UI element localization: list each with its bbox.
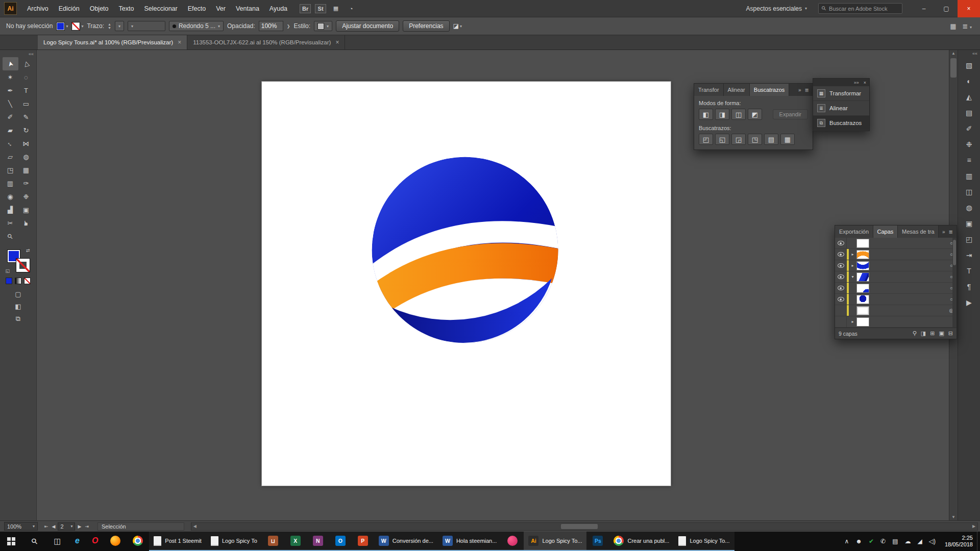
direct-selection-tool[interactable]: ▷: [18, 57, 34, 70]
layers-scroll-thumb[interactable]: [953, 240, 956, 265]
rectangle-tool[interactable]: ▭: [18, 97, 34, 110]
lasso-tool[interactable]: ◌: [18, 70, 34, 84]
swatches-panel-icon[interactable]: ▤: [961, 105, 977, 120]
next-artboard-icon[interactable]: ▶: [77, 524, 82, 529]
panel-collapse-icon[interactable]: »: [942, 229, 945, 235]
opacity-input[interactable]: [259, 21, 283, 31]
dock-item-alinear[interactable]: ≣Alinear: [813, 101, 869, 116]
layer-row-3[interactable]: ▸○: [835, 260, 957, 271]
unite-button[interactable]: ◧: [699, 109, 713, 120]
graphic-styles-panel-icon[interactable]: ▣: [961, 215, 977, 231]
pathfinder-tab-transfor[interactable]: Transfor: [694, 84, 724, 96]
trim-button[interactable]: ◱: [715, 134, 729, 145]
collapse-tools-icon[interactable]: ««: [26, 51, 36, 57]
line-segment-tool[interactable]: ╲: [3, 97, 18, 110]
scale-tool[interactable]: ↔: [3, 137, 18, 150]
bridge-icon[interactable]: Br: [300, 4, 311, 13]
menu-objeto[interactable]: Objeto: [85, 0, 114, 17]
stroke-color-control[interactable]: ▾: [71, 22, 83, 31]
brush-definition-select[interactable]: Redondo 5 ... ▾: [169, 21, 224, 31]
taskbar-chrome-publish[interactable]: Crear una publ...: [609, 532, 674, 551]
blend-tool[interactable]: ◉: [3, 190, 18, 203]
new-sublayer-icon[interactable]: ⊞: [930, 330, 935, 337]
taskbar-edge[interactable]: e: [69, 532, 86, 551]
stroke-panel-icon[interactable]: ≡: [961, 152, 977, 168]
layer-row-8[interactable]: ▸: [835, 316, 957, 328]
taskbar-onenote[interactable]: N: [307, 532, 329, 551]
artboard[interactable]: [262, 82, 671, 486]
menu-texto[interactable]: Texto: [114, 0, 139, 17]
minus-back-button[interactable]: ▦: [780, 134, 795, 145]
crop-button[interactable]: ◳: [748, 134, 762, 145]
taskbar-firefox[interactable]: [104, 532, 127, 551]
layer-row-5[interactable]: ○: [835, 283, 957, 294]
scroll-up-icon[interactable]: ▲: [949, 51, 958, 56]
expand-button[interactable]: Expandir: [773, 109, 808, 119]
layer-row-1[interactable]: ○: [835, 238, 957, 249]
actions-panel-icon[interactable]: ▶: [961, 294, 977, 310]
menu-ver[interactable]: Ver: [211, 0, 231, 17]
default-fill-stroke-icon[interactable]: ◱: [6, 268, 10, 273]
width-tool[interactable]: ⋈: [18, 137, 34, 150]
search-input[interactable]: [829, 6, 899, 12]
panel-menu-icon[interactable]: ≣: [949, 229, 953, 235]
taskbar-word-hola[interactable]: WHola steemian...: [438, 532, 501, 551]
layers-tab-mesas-de-tra[interactable]: Mesas de tra: [898, 226, 939, 238]
new-layer-icon[interactable]: ▣: [939, 330, 944, 337]
scroll-right-icon[interactable]: ▶: [970, 523, 977, 530]
taskbar-image-viewer[interactable]: Logo Spicy To...: [674, 532, 734, 551]
stroke-weight-stepper[interactable]: ▲▼: [108, 22, 111, 30]
locate-object-icon[interactable]: ⚲: [913, 330, 917, 337]
taskbar-outlook[interactable]: O: [329, 532, 352, 551]
menu-archivo[interactable]: Archivo: [22, 0, 54, 17]
taskbar-word-conversion[interactable]: WConversión de...: [374, 532, 438, 551]
artboard-tool[interactable]: ▣: [18, 203, 34, 216]
layer-row-6[interactable]: ○: [835, 294, 957, 305]
symbols-panel-icon[interactable]: ❉: [961, 136, 977, 152]
hand-tool[interactable]: ☛: [18, 216, 34, 230]
zoom-tool[interactable]: ⚲: [3, 230, 18, 243]
delete-layer-icon[interactable]: ⊟: [948, 330, 953, 337]
onedrive-icon[interactable]: ☁: [904, 538, 911, 545]
stepper-down-icon[interactable]: ▼: [108, 26, 111, 30]
visibility-toggle[interactable]: [835, 260, 847, 271]
prev-artboard-icon[interactable]: ◀: [51, 524, 57, 529]
panel-collapse-icon[interactable]: »: [798, 87, 801, 93]
mesh-tool[interactable]: ▦: [18, 163, 34, 177]
asset-export-panel-icon[interactable]: ⇥: [961, 247, 977, 263]
menu-efecto[interactable]: Efecto: [183, 0, 211, 17]
visibility-toggle[interactable]: [835, 249, 847, 260]
pen-tool[interactable]: ✒: [3, 84, 18, 97]
minus-front-button[interactable]: ◨: [715, 109, 729, 120]
pathfinder-tab-buscatrazos[interactable]: Buscatrazos: [750, 84, 790, 96]
color-mode-button[interactable]: [6, 278, 12, 284]
perspective-grid-tool[interactable]: ◳: [3, 163, 18, 177]
panel-menu-icon[interactable]: ≣: [805, 87, 809, 93]
workspace-switcher[interactable]: Aspectos esenciales ▾: [746, 5, 807, 12]
expand-dock-icon[interactable]: ««: [970, 51, 980, 57]
network-icon[interactable]: ◢: [917, 538, 922, 545]
merge-button[interactable]: ◲: [731, 134, 746, 145]
gradient-mode-button[interactable]: [15, 278, 21, 284]
variable-width-select[interactable]: ▾: [128, 21, 165, 31]
toolbar-stroke-swatch[interactable]: [16, 259, 30, 272]
vertical-scroll-thumb[interactable]: [950, 58, 957, 78]
search-button[interactable]: ⚲: [23, 532, 46, 551]
edit-toolbar-icon[interactable]: ⧉: [16, 315, 20, 323]
zoom-select[interactable]: 100% ▾: [4, 522, 38, 531]
arrange-documents-icon[interactable]: ▦: [330, 4, 341, 13]
taskbar-powerpoint[interactable]: P: [352, 532, 374, 551]
task-view-button[interactable]: ◫: [46, 532, 69, 551]
hidden-icons-chevron[interactable]: ∧: [845, 538, 849, 545]
selection-tool[interactable]: ➤: [3, 57, 18, 70]
taskbar-store[interactable]: ⊔: [262, 532, 284, 551]
scroll-left-icon[interactable]: ◀: [191, 523, 199, 530]
preferences-button[interactable]: Preferencias: [403, 20, 449, 32]
menu-ventana[interactable]: Ventana: [231, 0, 264, 17]
transparency-panel-icon[interactable]: ◫: [961, 184, 977, 199]
type-tool[interactable]: T: [18, 84, 34, 97]
pencil-tool[interactable]: ✎: [18, 110, 34, 123]
exclude-button[interactable]: ◩: [748, 109, 762, 120]
chevron-right-icon[interactable]: ❯: [287, 24, 290, 29]
visibility-toggle[interactable]: [835, 316, 847, 327]
